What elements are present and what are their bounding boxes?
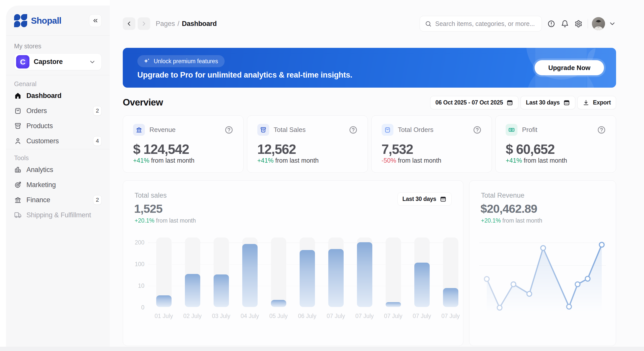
sidebar-header: Shopall <box>6 6 110 36</box>
upgrade-now-button[interactable]: Upgrade Now <box>535 60 604 75</box>
avatar[interactable] <box>592 17 605 30</box>
calendar-icon <box>506 99 513 106</box>
line-point <box>485 277 489 282</box>
sparkle-icon <box>142 57 151 65</box>
help-icon[interactable] <box>473 126 481 134</box>
calendar-icon <box>563 99 570 106</box>
brand: Shopall <box>14 14 89 27</box>
stat-card-header: Total Sales <box>257 124 357 136</box>
help-icon[interactable] <box>225 126 233 134</box>
stat-value: $ 60,652 <box>506 142 606 156</box>
box-icon <box>260 126 267 133</box>
breadcrumb: Pages / Dashboard <box>156 20 217 28</box>
sidebar-item-finance[interactable]: Finance2 <box>14 192 102 207</box>
bar <box>156 295 172 307</box>
sidebar-item-label: Customers <box>26 137 88 145</box>
total-revenue-chart-card: Total Revenue $20,462.89 +20.1% from las… <box>469 180 616 346</box>
sidebar-item-shipping-fulfillment[interactable]: Shipping & Fulfillment <box>14 207 102 223</box>
x-axis-label: 05 July <box>263 313 294 320</box>
stat-value: 12,562 <box>257 142 357 156</box>
stat-card-revenue: Revenue$ 124,542+41% from last month <box>123 115 244 173</box>
forward-button[interactable] <box>138 17 150 30</box>
breadcrumb-page: Dashboard <box>182 20 217 28</box>
store-name: Capstore <box>34 58 85 66</box>
sidebar-item-label: Finance <box>26 196 88 204</box>
bar <box>214 274 229 307</box>
store-selector[interactable]: C Capstore <box>14 53 102 70</box>
bar-chart: 20010010001 July02 July03 July04 July05 … <box>123 181 463 346</box>
help-circle-icon <box>597 126 606 134</box>
bag-icon <box>14 107 22 115</box>
x-axis-label: 02 July <box>177 313 208 320</box>
line-point <box>511 282 516 287</box>
chevron-right-icon <box>140 20 147 27</box>
sidebar-section-genaral: GenaralDashboardOrders2ProductsCustomers… <box>6 80 110 149</box>
bar <box>185 274 200 307</box>
search-input[interactable] <box>435 20 537 27</box>
bar-track <box>271 237 286 307</box>
sidebar-item-analytics[interactable]: Analytics <box>14 162 102 177</box>
breadcrumb-separator: / <box>178 20 180 28</box>
brand-name: Shopall <box>31 16 61 26</box>
shopall-logo-icon <box>14 14 27 27</box>
chevron-left-icon <box>126 20 133 27</box>
premium-pill-label: Unlock premium features <box>154 58 218 65</box>
notifications-button[interactable] <box>558 17 572 30</box>
settings-button[interactable] <box>572 17 585 30</box>
line-point <box>585 276 590 281</box>
help-circle-icon <box>349 126 357 134</box>
sidebar-item-marketing[interactable]: Marketing <box>14 177 102 192</box>
stat-value: $ 124,542 <box>133 142 233 156</box>
stat-card-header: Total Orders <box>382 124 482 136</box>
back-button[interactable] <box>123 17 135 30</box>
total-sales-chart-card: Total sales 1,525 +20.1% from last month… <box>123 180 463 346</box>
stat-value: 7,532 <box>382 142 482 156</box>
help-icon[interactable] <box>597 126 606 134</box>
sidebar: Shopall My stores C Capstore GenaralDash… <box>6 6 110 347</box>
breadcrumb-section[interactable]: Pages <box>156 20 175 28</box>
export-button[interactable]: Export <box>577 96 616 109</box>
page-bottom-strip <box>0 347 644 351</box>
period-select-button[interactable]: Last 30 days <box>520 96 575 109</box>
target-icon <box>14 181 22 189</box>
bank-icon <box>14 196 22 204</box>
chevron-down-icon <box>89 58 96 65</box>
bag-icon <box>384 126 391 133</box>
user-icon <box>14 137 22 145</box>
line-point <box>497 305 502 310</box>
home-icon <box>14 92 22 99</box>
x-axis-label: 06 July <box>292 313 322 320</box>
export-label: Export <box>593 99 611 106</box>
page-title: Overview <box>123 97 163 108</box>
x-axis-label: 07 July <box>349 313 380 320</box>
overview-header: Overview 06 Oct 2025 - 07 Oct 2025 Last … <box>123 96 616 109</box>
target-icon <box>14 181 22 189</box>
topbar: Pages / Dashboard <box>123 17 616 31</box>
count-badge: 4 <box>93 136 102 146</box>
y-axis-tick: 100 <box>134 261 144 268</box>
stat-label: Profit <box>522 126 593 134</box>
sidebar-item-orders[interactable]: Orders2 <box>14 103 102 118</box>
sidebar-item-customers[interactable]: Customers4 <box>14 133 102 149</box>
x-axis-label: 04 July <box>235 313 265 320</box>
period-label: Last 30 days <box>526 99 559 106</box>
date-range-button[interactable]: 06 Oct 2025 - 07 Oct 2025 <box>430 96 519 109</box>
sidebar-item-dashboard[interactable]: Dashboard <box>14 88 102 103</box>
bank-icon <box>133 124 145 136</box>
help-icon[interactable] <box>349 126 357 134</box>
my-stores-label: My stores <box>14 43 102 50</box>
stat-card-header: Profit <box>506 124 606 136</box>
line-point <box>541 246 546 251</box>
divider <box>588 19 588 28</box>
search-bar[interactable] <box>420 16 542 31</box>
banner-heading: Upgrade to Pro for unlimited analytics &… <box>137 71 352 80</box>
chevron-down-icon[interactable] <box>609 20 616 27</box>
alerts-button[interactable] <box>544 17 558 30</box>
sidebar-item-products[interactable]: Products <box>14 118 102 133</box>
home-icon <box>14 92 22 99</box>
alert-circle-icon <box>547 20 555 28</box>
truck-icon <box>14 211 22 219</box>
stat-label: Revenue <box>149 126 220 134</box>
sidebar-collapse-button[interactable] <box>89 14 102 27</box>
chart-value: $20,462.89 <box>480 202 537 216</box>
